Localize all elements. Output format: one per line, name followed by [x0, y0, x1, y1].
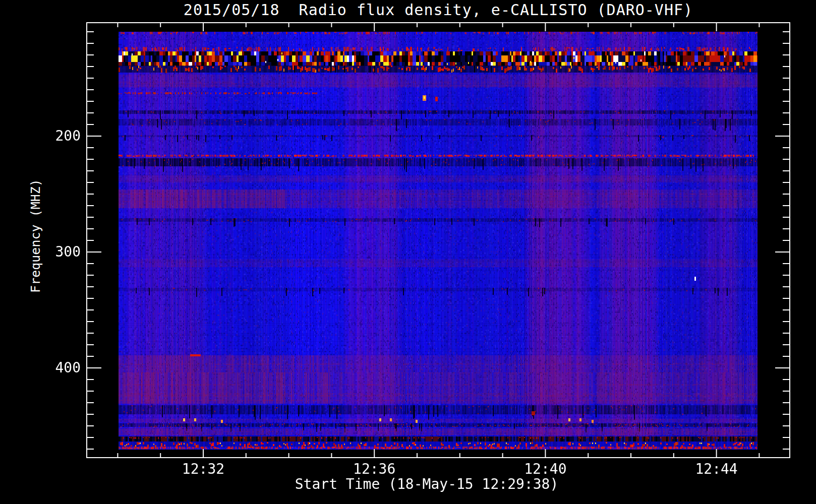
y-axis-label: Frequency (MHZ) [28, 179, 43, 293]
spectrogram-heatmap [119, 32, 757, 450]
callisto-spectrogram-page: 2015/05/18 Radio flux density, e-CALLIST… [0, 0, 816, 504]
x-tick-label: 12:32 [160, 461, 246, 477]
y-tick-label: 200 [43, 128, 81, 144]
x-tick-label: 12:40 [502, 461, 588, 477]
x-tick-label: 12:44 [674, 461, 760, 477]
y-tick-label: 300 [43, 243, 81, 260]
x-tick-label: 12:36 [331, 461, 417, 477]
chart-title: 2015/05/18 Radio flux density, e-CALLIST… [86, 1, 790, 19]
y-tick-label: 400 [43, 359, 81, 376]
x-axis-label: Start Time (18-May-15 12:29:38) [86, 476, 767, 492]
